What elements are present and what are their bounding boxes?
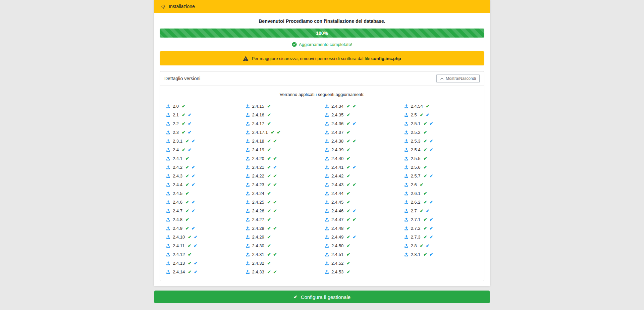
upload-icon bbox=[246, 209, 250, 213]
version-label: 2.5 bbox=[411, 112, 417, 117]
check-icon: ✔ bbox=[353, 165, 356, 169]
check-icon: ✔ bbox=[423, 252, 427, 257]
check-icon: ✔ bbox=[188, 235, 192, 239]
versions-column: 2.4.15✔2.4.16✔2.4.17✔2.4.17.1✔✔2.4.18✔✔2… bbox=[243, 102, 322, 276]
version-row: 2.4.3✔✔ bbox=[163, 171, 243, 180]
version-row: 2.0✔ bbox=[163, 102, 243, 110]
toggle-versions-button[interactable]: Mostra/Nascondi bbox=[436, 74, 480, 83]
upload-icon bbox=[404, 191, 409, 196]
check-icon: ✔ bbox=[267, 235, 271, 239]
upload-icon bbox=[246, 183, 250, 187]
version-row: 2.4.47✔✔ bbox=[322, 215, 401, 224]
check-icon: ✔ bbox=[420, 209, 424, 213]
version-label: 2.4.29 bbox=[252, 235, 264, 240]
check-icon: ✔ bbox=[267, 156, 271, 161]
upload-icon bbox=[246, 270, 250, 274]
version-label: 2.4.10 bbox=[173, 235, 185, 240]
upload-icon bbox=[166, 130, 170, 135]
check-icon: ✔ bbox=[194, 270, 198, 274]
upload-icon bbox=[325, 191, 329, 196]
version-row: 2.4.42✔ bbox=[322, 171, 401, 180]
version-label: 2.4.38 bbox=[331, 139, 343, 144]
check-icon: ✔ bbox=[267, 121, 271, 126]
version-row: 2.4.22✔✔ bbox=[243, 171, 322, 180]
check-icon: ✔ bbox=[267, 252, 271, 257]
check-icon: ✔ bbox=[423, 156, 427, 161]
upload-icon bbox=[246, 235, 250, 239]
upload-icon bbox=[246, 226, 250, 230]
upload-icon bbox=[166, 121, 170, 126]
upload-icon bbox=[166, 156, 170, 161]
version-label: 2.5.4 bbox=[411, 147, 421, 152]
check-icon: ✔ bbox=[192, 183, 195, 187]
check-icon: ✔ bbox=[423, 235, 427, 239]
upload-icon bbox=[166, 174, 170, 178]
check-icon: ✔ bbox=[267, 104, 271, 108]
check-icon: ✔ bbox=[185, 139, 189, 143]
check-icon: ✔ bbox=[185, 165, 189, 169]
version-row: 2.6✔ bbox=[401, 180, 481, 189]
chevron-up-icon bbox=[440, 77, 444, 81]
version-row: 2.4.8✔ bbox=[163, 215, 243, 224]
version-label: 2.4.21 bbox=[252, 165, 264, 170]
check-icon: ✔ bbox=[192, 139, 195, 143]
upload-icon bbox=[246, 252, 250, 257]
version-row: 2.4.37✔ bbox=[322, 128, 401, 137]
version-row: 2.4.17.1✔✔ bbox=[243, 128, 322, 137]
check-icon: ✔ bbox=[423, 191, 427, 196]
version-label: 2.1 bbox=[173, 112, 179, 117]
check-icon: ✔ bbox=[194, 244, 197, 248]
configure-button[interactable]: ✔ Configura il gestionale bbox=[154, 291, 490, 303]
version-label: 2.4.12 bbox=[173, 252, 185, 257]
check-icon: ✔ bbox=[267, 174, 271, 178]
upload-icon bbox=[166, 270, 170, 274]
check-icon: ✔ bbox=[182, 121, 185, 126]
version-label: 2.4.19 bbox=[252, 147, 264, 152]
check-icon: ✔ bbox=[273, 252, 277, 257]
version-row: 2.4.16✔ bbox=[243, 110, 322, 119]
version-label: 2.4.49 bbox=[331, 235, 343, 240]
version-label: 2.4.17.1 bbox=[252, 130, 268, 135]
version-row: 2.3.1✔✔ bbox=[163, 137, 243, 145]
upload-icon bbox=[246, 200, 250, 204]
version-row: 2.4.11✔✔ bbox=[163, 241, 243, 250]
check-icon: ✔ bbox=[346, 252, 350, 257]
check-icon: ✔ bbox=[346, 183, 350, 187]
version-row: 2.4.13✔✔ bbox=[163, 259, 243, 267]
version-label: 2.5.3 bbox=[411, 139, 421, 144]
version-label: 2.4.27 bbox=[252, 217, 264, 222]
version-label: 2.4.34 bbox=[331, 104, 343, 109]
upload-icon bbox=[166, 217, 170, 222]
check-icon: ✔ bbox=[429, 235, 433, 239]
version-row: 2.4.30✔ bbox=[243, 241, 322, 250]
version-row: 2.5.1✔✔ bbox=[401, 119, 481, 128]
check-icon: ✔ bbox=[273, 270, 277, 274]
version-label: 2.4 bbox=[173, 147, 179, 152]
check-icon: ✔ bbox=[185, 217, 189, 222]
upload-icon bbox=[404, 165, 409, 169]
version-row: 2.7.3✔✔ bbox=[401, 232, 481, 241]
check-icon: ✔ bbox=[429, 252, 433, 257]
version-label: 2.4.36 bbox=[331, 121, 343, 126]
version-row: 2.4.43✔✔ bbox=[322, 180, 401, 189]
check-icon: ✔ bbox=[423, 139, 427, 143]
check-icon: ✔ bbox=[273, 200, 277, 204]
version-label: 2.4.48 bbox=[331, 226, 343, 231]
upload-icon bbox=[166, 104, 170, 108]
check-icon: ✔ bbox=[267, 139, 271, 143]
version-row: 2.4.15✔ bbox=[243, 102, 322, 110]
upload-icon bbox=[246, 104, 250, 108]
version-row: 2.4.25✔✔ bbox=[243, 198, 322, 206]
check-icon: ✔ bbox=[273, 183, 277, 187]
configure-button-label: Configura il gestionale bbox=[301, 294, 351, 300]
upload-icon bbox=[246, 139, 250, 143]
version-label: 2.4.18 bbox=[252, 139, 264, 144]
version-label: 2.5.1 bbox=[411, 121, 421, 126]
version-label: 2.4.52 bbox=[331, 261, 343, 266]
check-icon: ✔ bbox=[353, 139, 356, 143]
version-row: 2.8.1✔✔ bbox=[401, 250, 481, 259]
check-icon: ✔ bbox=[420, 113, 424, 117]
updates-subtitle: Verranno applicati i seguenti aggiorname… bbox=[163, 92, 481, 97]
version-label: 2.8.1 bbox=[411, 252, 421, 257]
upload-icon bbox=[404, 156, 409, 161]
